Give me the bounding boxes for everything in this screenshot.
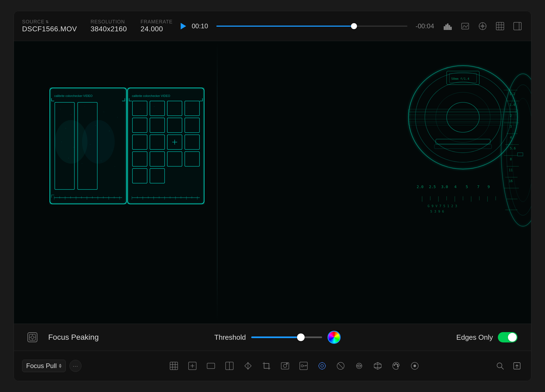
- svg-point-96: [170, 112, 171, 112]
- svg-text:2.0: 2.0: [417, 185, 423, 189]
- svg-point-53: [114, 166, 115, 167]
- svg-text:9: 9: [488, 185, 490, 189]
- svg-text:4: 4: [510, 136, 512, 139]
- focus-peaking-tool-button[interactable]: [315, 359, 329, 373]
- svg-point-200: [395, 363, 396, 365]
- svg-point-41: [117, 117, 118, 118]
- photo-tool-button[interactable]: [278, 359, 292, 373]
- svg-point-199: [394, 365, 395, 366]
- grid-tool-button[interactable]: [167, 359, 181, 373]
- scrubber-thumb[interactable]: [351, 23, 357, 29]
- threshold-thumb[interactable]: [297, 333, 305, 341]
- svg-point-39: [84, 106, 85, 107]
- svg-rect-177: [281, 363, 289, 369]
- svg-point-101: [425, 82, 501, 153]
- focus-peaking-icon: [28, 332, 37, 342]
- scrubber-track: [216, 26, 407, 27]
- 3d-box-tool-button[interactable]: [371, 359, 385, 373]
- svg-rect-3: [449, 25, 450, 30]
- key-tool-button[interactable]: [296, 359, 311, 373]
- svg-rect-4: [450, 27, 452, 30]
- svg-rect-157: [517, 153, 523, 156]
- svg-rect-57: [128, 88, 204, 203]
- source-value[interactable]: DSCF1566.MOV: [22, 25, 77, 33]
- rect-tool-button[interactable]: [204, 359, 218, 373]
- svg-rect-172: [207, 363, 215, 369]
- play-button[interactable]: [181, 23, 186, 29]
- svg-point-204: [414, 365, 416, 367]
- more-options-button[interactable]: ···: [69, 360, 81, 372]
- toolbar-right: [490, 360, 523, 372]
- scrubber[interactable]: [216, 25, 407, 27]
- focus-peaking-overlay: calibrite colorchecker VIDEO: [14, 41, 531, 324]
- add-tool-button[interactable]: [185, 359, 199, 373]
- checker-left-card: calibrite colorchecker VIDEO: [49, 87, 127, 204]
- grid-overlay-icon[interactable]: [495, 21, 505, 32]
- svg-rect-176: [264, 363, 269, 368]
- crop-tool-button[interactable]: [259, 359, 274, 373]
- export-button[interactable]: [511, 360, 523, 372]
- toggle-knob: [508, 333, 517, 342]
- meta-group: SOURCE ⇅ DSCF1566.MOV RESOLUTION 3840x21…: [22, 19, 172, 33]
- svg-text:3.0: 3.0: [441, 185, 448, 189]
- svg-point-186: [321, 365, 323, 367]
- edges-only-label: Edges Only: [456, 333, 493, 342]
- svg-text:2.5: 2.5: [429, 185, 436, 189]
- svg-point-179: [286, 363, 287, 364]
- source-label: SOURCE ⇅: [22, 19, 77, 25]
- resolution-meta: RESOLUTION 3840x2160: [90, 19, 127, 33]
- svg-point-55: [82, 120, 115, 164]
- svg-rect-0: [444, 26, 445, 30]
- svg-point-37: [60, 109, 60, 109]
- framerate-meta: FRAMERATE 24.000: [141, 19, 173, 33]
- source-meta: SOURCE ⇅ DSCF1566.MOV: [22, 19, 77, 33]
- svg-point-38: [71, 114, 71, 115]
- svg-rect-128: [436, 139, 490, 144]
- color-wheel-picker[interactable]: [328, 331, 341, 344]
- video-area: calibrite colorchecker VIDEO: [14, 41, 531, 324]
- svg-text:50mm f/1.4: 50mm f/1.4: [451, 77, 470, 81]
- svg-point-103: [447, 102, 479, 132]
- flip-tool-button[interactable]: [241, 359, 255, 373]
- svg-text:1.4: 1.4: [509, 103, 515, 107]
- mode-up-arrow-icon: [59, 364, 62, 366]
- top-bar: SOURCE ⇅ DSCF1566.MOV RESOLUTION 3840x21…: [14, 11, 531, 41]
- scrubber-fill: [216, 26, 354, 27]
- svg-text:2: 2: [510, 114, 512, 118]
- svg-rect-164: [170, 362, 178, 370]
- palette-tool-button[interactable]: [389, 359, 403, 373]
- lens-visual: 2.0 2.5 3.0 4 5 7 9 G 9 V 7 5 1 2 3 5 3 …: [384, 63, 531, 267]
- split-tool-button[interactable]: [222, 359, 237, 373]
- framerate-value: 24.000: [141, 25, 173, 33]
- svg-point-97: [187, 108, 187, 108]
- checker-right-card: calibrite colorchecker VIDEO: [127, 87, 205, 204]
- edges-only-toggle[interactable]: [498, 332, 517, 342]
- safe-zone-icon[interactable]: [477, 21, 488, 32]
- toolbar-left: Focus Pull ···: [22, 360, 98, 372]
- svg-line-192: [338, 363, 343, 368]
- svg-point-159: [31, 336, 34, 339]
- gear-minus-tool-button[interactable]: [352, 359, 366, 373]
- side-panel-icon[interactable]: [512, 21, 523, 32]
- framerate-label: FRAMERATE: [141, 19, 173, 25]
- svg-text:5: 5: [466, 185, 468, 189]
- source-arrow-icon: ⇅: [46, 20, 49, 24]
- svg-text:G 9 V 7 5 1 2 3: G 9 V 7 5 1 2 3: [428, 204, 457, 208]
- focus-peaking-bar: Focus Peaking Threshold Edges Only: [14, 324, 531, 351]
- threshold-label: Threshold: [214, 333, 246, 342]
- top-icons: [442, 21, 523, 32]
- threshold-slider[interactable]: [251, 336, 322, 338]
- svg-text:5.6: 5.6: [510, 146, 516, 150]
- search-button[interactable]: [494, 360, 506, 372]
- histogram-icon[interactable]: [442, 21, 453, 32]
- scope-icon[interactable]: [460, 21, 471, 32]
- mode-selector[interactable]: Focus Pull: [22, 360, 66, 372]
- svg-text:4: 4: [454, 185, 456, 189]
- svg-text:1.2: 1.2: [509, 92, 515, 96]
- slash-circle-tool-button[interactable]: [334, 359, 348, 373]
- svg-rect-1: [446, 25, 447, 30]
- circle-dot-tool-button[interactable]: [408, 359, 422, 373]
- time-remaining: -00:04: [416, 22, 434, 30]
- toolbar-center: [98, 359, 490, 373]
- svg-point-178: [283, 364, 287, 367]
